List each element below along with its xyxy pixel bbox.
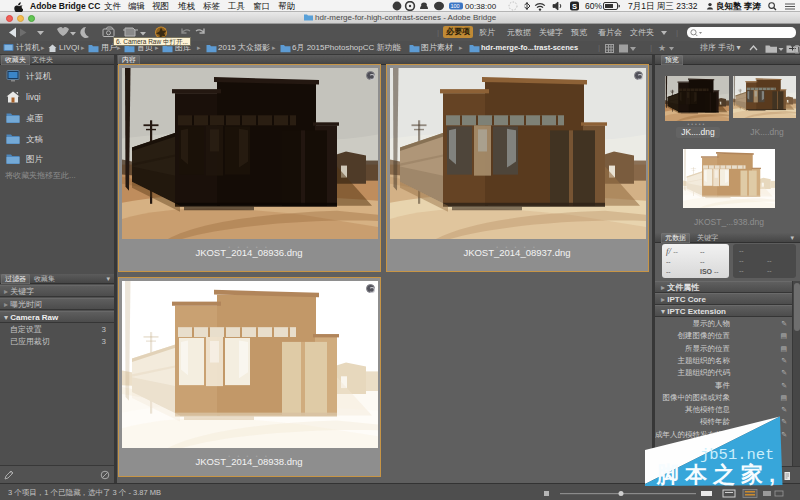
- svg-text:S: S: [572, 2, 577, 11]
- svg-text:00:38:00: 00:38:00: [465, 2, 497, 11]
- svg-text:100: 100: [451, 3, 460, 9]
- svg-text:脚本之家,: 脚本之家,: [656, 462, 781, 487]
